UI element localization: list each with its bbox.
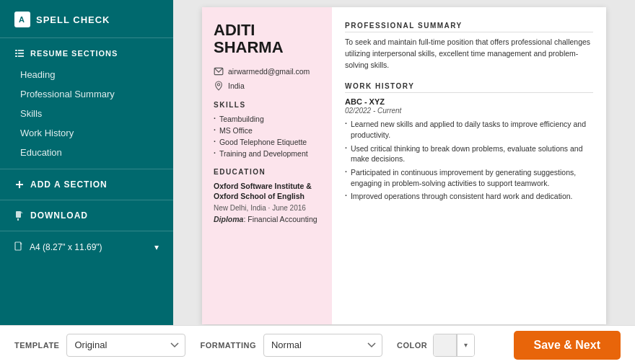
bottom-toolbar: TEMPLATE Original Modern Classic Profess… (0, 325, 635, 364)
skills-list: Teambuilding MS Office Good Telephone Et… (214, 115, 320, 158)
template-group: TEMPLATE Original Modern Classic Profess… (14, 334, 185, 357)
resume-education-section: EDUCATION Oxford Software Institute & Ox… (214, 168, 320, 223)
app-container: A SPELL CHECK RESUME SECTIONS (0, 0, 635, 364)
color-label: COLOR (397, 341, 427, 350)
edu-degree: Diploma: Financial Accounting (214, 215, 320, 223)
svg-rect-11 (15, 242, 21, 250)
color-group: COLOR ▾ (397, 334, 475, 357)
color-dropdown-button[interactable]: ▾ (457, 334, 474, 357)
skill-item: MS Office (214, 126, 320, 135)
education-section-title: EDUCATION (214, 168, 320, 176)
color-swatch-container: ▾ (433, 334, 475, 357)
template-label: TEMPLATE (14, 341, 59, 350)
app-title: SPELL CHECK (36, 14, 110, 25)
sidebar: A SPELL CHECK RESUME SECTIONS (0, 0, 173, 325)
svg-rect-1 (15, 50, 17, 51)
work-bullets-list: Learned new skills and applied to daily … (345, 119, 593, 202)
download-button[interactable]: DOWNLOAD (0, 200, 173, 231)
work-bullet: Improved operations through consistent h… (345, 191, 593, 202)
edu-org: Oxford Software Institute & Oxford Schoo… (214, 182, 320, 201)
work-company: ABC - XYZ (345, 97, 593, 106)
email-icon (214, 66, 224, 76)
sidebar-item-skills[interactable]: Skills (14, 105, 159, 123)
svg-rect-9 (16, 211, 21, 218)
skill-item: Good Telephone Etiquette (214, 138, 320, 146)
work-dates: 02/2022 - Current (345, 107, 593, 115)
sidebar-item-heading[interactable]: Heading (14, 66, 159, 84)
svg-rect-3 (15, 53, 17, 54)
work-history-section: WORK HISTORY ABC - XYZ 02/2022 - Current… (345, 82, 593, 202)
resume-contact: airwarmedd@gmail.com India (214, 66, 320, 91)
professional-summary-text: To seek and maintain full-time position … (345, 37, 593, 71)
location-icon (214, 81, 224, 91)
svg-rect-4 (18, 53, 24, 54)
svg-rect-6 (18, 56, 24, 57)
resume-sections-header: RESUME SECTIONS (14, 48, 159, 58)
resume-sections-label: RESUME SECTIONS (30, 49, 118, 58)
plus-icon (14, 179, 25, 190)
resume-left-column: ADITI SHARMA airwarmedd@gmail.com (202, 7, 332, 324)
professional-summary-section: PROFESSIONAL SUMMARY To seek and maintai… (345, 22, 593, 71)
resume-location: India (214, 81, 320, 91)
add-section-button[interactable]: ADD A SECTION (0, 169, 173, 200)
formatting-select[interactable]: Normal Compact Spacious (263, 334, 382, 357)
svg-rect-2 (18, 50, 24, 51)
professional-summary-title: PROFESSIONAL SUMMARY (345, 22, 593, 32)
paper-size-chevron-icon: ▾ (154, 242, 159, 252)
resume-skills-section: SKILLS Teambuilding MS Office Good Telep… (214, 101, 320, 158)
template-select[interactable]: Original Modern Classic Professional (66, 334, 185, 357)
save-next-button[interactable]: Save & Next (514, 331, 621, 360)
resume-name: ADITI SHARMA (214, 22, 320, 56)
edu-location-date: New Delhi, India · June 2016 (214, 204, 320, 212)
sidebar-item-education[interactable]: Education (14, 143, 159, 161)
logo-icon: A (14, 12, 30, 27)
svg-rect-5 (15, 56, 17, 57)
sidebar-item-work-history[interactable]: Work History (14, 124, 159, 142)
resume-preview-area: ADITI SHARMA airwarmedd@gmail.com (173, 0, 635, 325)
color-swatch[interactable] (434, 334, 457, 357)
skill-item: Training and Development (214, 149, 320, 158)
main-area: A SPELL CHECK RESUME SECTIONS (0, 0, 635, 325)
resume-sections-panel: RESUME SECTIONS Heading Professional Sum… (0, 38, 173, 169)
formatting-label: FORMATTING (200, 341, 256, 350)
work-history-title: WORK HISTORY (345, 82, 593, 93)
skills-section-title: SKILLS (214, 101, 320, 109)
svg-point-13 (217, 84, 219, 86)
formatting-group: FORMATTING Normal Compact Spacious (200, 334, 382, 357)
work-bullet: Used critical thinking to break down pro… (345, 143, 593, 164)
sidebar-item-professional-summary[interactable]: Professional Summary (14, 85, 159, 103)
resume-document: ADITI SHARMA airwarmedd@gmail.com (202, 7, 606, 324)
sidebar-logo: A SPELL CHECK (0, 0, 173, 38)
svg-text:A: A (19, 15, 25, 24)
list-icon (14, 48, 25, 58)
work-bullet: Learned new skills and applied to daily … (345, 119, 593, 140)
work-bullet: Participated in continuous improvement b… (345, 167, 593, 188)
download-icon (14, 210, 25, 221)
paper-size-selector[interactable]: A4 (8.27" x 11.69") ▾ (0, 231, 173, 262)
resume-right-column: PROFESSIONAL SUMMARY To seek and maintai… (332, 7, 606, 324)
page-icon (14, 241, 24, 252)
skill-item: Teambuilding (214, 115, 320, 123)
resume-email: airwarmedd@gmail.com (214, 66, 320, 76)
